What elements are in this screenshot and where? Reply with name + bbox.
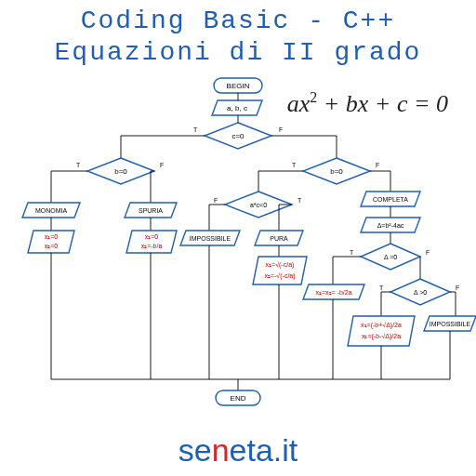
- svg-text:F: F: [456, 284, 459, 291]
- svg-text:T: T: [379, 284, 384, 291]
- node-end: END: [231, 394, 246, 403]
- decision-c0: c=0: [231, 132, 245, 140]
- node-delta: Δ=b²-4ac: [377, 222, 404, 229]
- node-pura: PURA: [270, 235, 288, 242]
- node-begin: BEGIN: [227, 82, 250, 90]
- node-monomia: MONOMIA: [35, 207, 68, 214]
- sol-completa-2: x₂=(-b-√Δ)/2a: [362, 333, 401, 340]
- sol-monomia-2: x₂=0: [45, 243, 59, 249]
- title-line1: Coding Basic - C++: [0, 6, 476, 37]
- sol-delta-eq: x₁=x₂= -b/2a: [315, 289, 351, 296]
- decision-ac: a*c<0: [250, 202, 267, 208]
- brand-accent: n: [212, 432, 230, 468]
- svg-text:T: T: [193, 126, 198, 133]
- svg-text:F: F: [426, 249, 430, 256]
- page-title: Coding Basic - C++ Equazioni di II grado: [0, 0, 476, 68]
- brand-pre: se: [178, 432, 212, 468]
- sol-pura-2: x₂=-√(-c/a): [264, 272, 295, 280]
- node-completa: COMPLETA: [373, 196, 408, 203]
- svg-text:F: F: [376, 162, 379, 168]
- title-line2: Equazioni di II grado: [0, 37, 476, 69]
- svg-text:F: F: [160, 162, 164, 168]
- decision-delta-eq: Δ =0: [384, 254, 397, 260]
- decision-b0-right: b=0: [330, 167, 343, 176]
- node-impossibile-1: IMPOSSIBILE: [190, 235, 231, 242]
- node-spuria: SPURIA: [139, 207, 163, 214]
- node-input: a, b, c: [227, 104, 247, 112]
- sol-completa-1: x₁=(-b+√Δ)/2a: [361, 322, 402, 329]
- sol-pura-1: x₁=√(-c/a): [266, 261, 295, 269]
- svg-text:T: T: [292, 162, 297, 168]
- flowchart-diagram: BEGIN a, b, c c=0 T F b=0 T F MONOMIA SP…: [0, 73, 476, 426]
- svg-text:F: F: [279, 126, 283, 133]
- svg-text:T: T: [76, 162, 81, 168]
- node-impossibile-2: IMPOSSIBILE: [430, 321, 471, 327]
- svg-text:F: F: [214, 197, 218, 204]
- sol-spuria-1: x₁=0: [145, 233, 159, 240]
- svg-text:T: T: [298, 197, 302, 204]
- decision-delta-gt: Δ >0: [414, 289, 427, 296]
- decision-b0-left: b=0: [114, 167, 127, 176]
- brand-suffix: eta.it: [230, 432, 298, 468]
- sol-monomia-1: x₁=0: [45, 233, 59, 240]
- sol-spuria-2: x₂=-b/a: [141, 243, 163, 249]
- svg-text:T: T: [350, 249, 354, 256]
- brand-logo: seneta.it: [0, 432, 476, 469]
- svg-marker-65: [348, 316, 415, 346]
